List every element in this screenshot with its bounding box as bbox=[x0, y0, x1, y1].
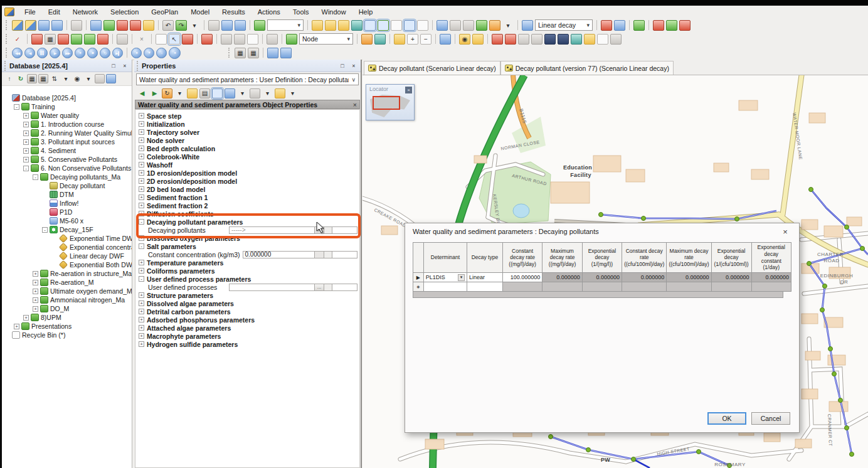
menu-item[interactable]: Selection bbox=[105, 7, 144, 17]
validation-grid-icon[interactable] bbox=[653, 20, 664, 31]
property-row[interactable]: + 2D bed load model bbox=[135, 185, 359, 193]
window-layout-icon[interactable] bbox=[404, 20, 415, 31]
menu-item[interactable]: Results bbox=[217, 7, 250, 17]
replay-extra-button[interactable]: ↓ bbox=[156, 48, 167, 58]
tree-expander[interactable]: + bbox=[33, 297, 38, 303]
property-expander[interactable]: + bbox=[139, 325, 144, 331]
tools-icon[interactable] bbox=[130, 20, 141, 31]
tree-expander[interactable]: + bbox=[14, 324, 19, 329]
select-window-icon[interactable] bbox=[518, 34, 529, 45]
property-row[interactable]: + Sediment fraction 2 bbox=[135, 201, 359, 210]
tree-item[interactable]: + Presentations bbox=[2, 322, 132, 331]
property-row[interactable]: + Macrophyte parameters bbox=[135, 332, 359, 340]
clear-selection-icon[interactable]: × bbox=[136, 34, 147, 45]
tree-item[interactable]: + 8)UPM bbox=[2, 313, 132, 322]
undo-icon[interactable]: ↶ bbox=[162, 20, 174, 31]
tree-expander[interactable]: + bbox=[23, 148, 29, 154]
sql-select-icon[interactable] bbox=[437, 20, 448, 31]
property-edit-button[interactable] bbox=[315, 251, 324, 258]
tree-options-icon[interactable] bbox=[106, 74, 116, 83]
tree-item[interactable]: P1D bbox=[2, 208, 132, 216]
property-expander[interactable]: + bbox=[139, 154, 144, 159]
property-row[interactable]: + Space step bbox=[135, 112, 359, 120]
sort-icon[interactable]: ⇅ bbox=[50, 74, 60, 83]
properties-pair-icon[interactable] bbox=[221, 34, 232, 45]
grid-cell[interactable]: 0.000000 bbox=[582, 273, 622, 282]
refresh-icon[interactable]: ↻ bbox=[16, 74, 26, 83]
property-expander[interactable]: + bbox=[139, 309, 144, 314]
tree-item[interactable]: + Re-aeration_M bbox=[2, 278, 132, 287]
key-icon[interactable] bbox=[143, 20, 154, 31]
property-flag-cell[interactable] bbox=[324, 251, 332, 258]
select-tool-icon[interactable]: ↖ bbox=[169, 34, 180, 45]
flags-icon[interactable] bbox=[275, 88, 285, 98]
zoom-in-icon[interactable]: + bbox=[407, 34, 418, 45]
property-row[interactable]: + Adsorbed phosphorus parameters bbox=[135, 316, 359, 324]
grid-cell[interactable]: 0.000000 bbox=[751, 273, 791, 282]
replay-record-button[interactable]: ● bbox=[169, 47, 181, 59]
property-expander[interactable]: + bbox=[139, 300, 144, 306]
tree-expander[interactable]: + bbox=[23, 122, 29, 127]
tile-windows-icon[interactable] bbox=[338, 20, 349, 31]
grid-cell[interactable]: 0.000000 bbox=[622, 273, 667, 282]
geoplan-tab[interactable]: Decay pollutant (Scenario Linear decay) bbox=[364, 61, 500, 75]
grid-cell[interactable] bbox=[542, 282, 582, 292]
tree-expander[interactable]: + bbox=[23, 130, 29, 136]
determinant-cell[interactable] bbox=[423, 282, 467, 292]
digitise-icon[interactable] bbox=[374, 34, 386, 45]
property-row[interactable]: + Trajectory solver bbox=[135, 128, 359, 136]
tree-item[interactable]: + 4. Sediment bbox=[2, 146, 132, 155]
property-row[interactable]: + Bed depth calculation bbox=[135, 144, 359, 152]
property-row[interactable]: - User defined process parameters bbox=[135, 275, 359, 283]
tree-item[interactable]: M5-60 x bbox=[2, 216, 132, 225]
property-expander[interactable]: - bbox=[139, 219, 144, 225]
trace-downstream-icon[interactable] bbox=[71, 34, 82, 45]
property-row[interactable]: + Dissolved oxygen parameters bbox=[135, 234, 359, 242]
property-row[interactable]: + Initialization bbox=[135, 120, 359, 128]
grid-report-icon[interactable] bbox=[489, 20, 500, 31]
tree-item[interactable]: + Ultimate oxygen demand_Ma bbox=[2, 287, 132, 295]
property-expander[interactable]: + bbox=[139, 211, 144, 216]
grid-cell[interactable]: 0.000000 bbox=[667, 273, 711, 282]
pick-tool-icon[interactable] bbox=[156, 34, 167, 45]
property-row[interactable]: + Washoff bbox=[135, 161, 359, 169]
glasses-icon[interactable] bbox=[633, 20, 645, 31]
menu-item[interactable]: File bbox=[19, 7, 41, 17]
decay-type-cell[interactable]: Linear bbox=[467, 273, 503, 282]
property-expander[interactable]: + bbox=[139, 235, 144, 241]
property-expander[interactable]: + bbox=[139, 333, 144, 339]
picture-icon[interactable] bbox=[391, 20, 402, 31]
replay-control-button[interactable]: ■ bbox=[87, 48, 98, 58]
results-grid-icon[interactable]: ▦ bbox=[235, 48, 246, 58]
grid-column-header[interactable]: Maximum decay rate ((cfu/100ml)/day) bbox=[667, 243, 711, 273]
previous-object-icon[interactable]: ◀ bbox=[137, 88, 147, 98]
vertex-edit-icon[interactable] bbox=[201, 34, 213, 45]
property-expander[interactable]: + bbox=[139, 317, 144, 322]
grid-cell[interactable] bbox=[751, 282, 791, 292]
grid-cell[interactable] bbox=[667, 282, 711, 292]
property-edit-button[interactable]: ... bbox=[315, 284, 324, 291]
results-table-icon[interactable]: ▦ bbox=[248, 48, 259, 58]
tree-expander[interactable]: - bbox=[33, 174, 38, 180]
grid-cell[interactable] bbox=[582, 282, 622, 292]
report-icon[interactable]: ▤ bbox=[199, 88, 210, 98]
tree-item[interactable]: Inflow! bbox=[2, 199, 132, 208]
property-row[interactable]: Constant concentration (kg/m3) 0.000000 bbox=[135, 250, 359, 258]
long-section-icon[interactable] bbox=[267, 48, 278, 58]
determinant-cell[interactable]: PL1DIS▾ bbox=[423, 273, 467, 282]
database-panel-header[interactable]: Database [2025.4] □ × bbox=[2, 60, 132, 72]
tree-item[interactable]: + DO_M bbox=[2, 304, 132, 313]
reload-icon[interactable]: ↻ bbox=[162, 88, 172, 98]
tree-expander[interactable]: - bbox=[14, 104, 19, 110]
tree-item[interactable]: + 1. Introduction course bbox=[2, 120, 132, 129]
ok-button[interactable]: OK bbox=[707, 412, 746, 425]
save-icon[interactable] bbox=[90, 20, 102, 31]
cancel-button[interactable]: Cancel bbox=[751, 412, 790, 425]
map-window3-icon[interactable] bbox=[571, 34, 582, 45]
label-tool-icon[interactable] bbox=[472, 34, 484, 45]
cascade-windows-icon[interactable] bbox=[325, 20, 336, 31]
property-row[interactable]: + Node solver bbox=[135, 136, 359, 144]
properties-panel-header[interactable]: Properties □ × bbox=[134, 60, 361, 72]
tree-expander[interactable]: - bbox=[42, 227, 48, 233]
grid-column-header[interactable]: Maximum decay rate ((mg/l)/day) bbox=[542, 243, 582, 273]
